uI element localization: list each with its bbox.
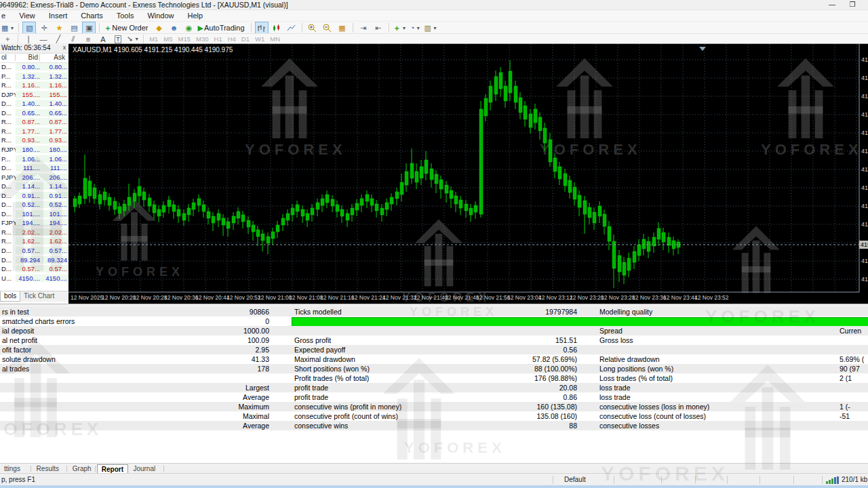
menu-item-insert[interactable]: Insert: [42, 10, 75, 21]
timeframe-button-h4[interactable]: H4: [225, 35, 239, 43]
market-watch-row[interactable]: R...1.77...1.77...: [0, 127, 68, 136]
menu-item-charts[interactable]: Charts: [74, 10, 109, 21]
x-axis-label: 12 Nov 20:52: [226, 294, 261, 301]
connection-signal-icon: [826, 476, 840, 484]
market-watch-row[interactable]: DJPY155....155....: [0, 90, 68, 100]
new-chart-button[interactable]: ▧: [22, 22, 36, 34]
market-watch-row[interactable]: D...111....111....: [0, 163, 68, 173]
market-watch-row[interactable]: PJPY206....206....: [0, 173, 68, 182]
market-watch-row[interactable]: D...0.57...0.57...: [0, 264, 68, 274]
market-watch-row[interactable]: P...1.06...1.06...: [0, 155, 68, 164]
market-watch-row[interactable]: RJPY180....180....: [0, 145, 68, 155]
close-icon[interactable]: x: [61, 44, 68, 52]
market-watch-row[interactable]: P...1.32...1.32...: [0, 72, 68, 81]
zoom-in-button[interactable]: [306, 22, 319, 34]
market-watch-row[interactable]: D...0.80...0.80...: [0, 62, 68, 72]
chart-shift-button[interactable]: ⇤: [372, 22, 385, 34]
timeframe-button-m15[interactable]: M15: [176, 35, 193, 43]
indicators-plus-icon: ＋: [393, 23, 401, 33]
chart-area[interactable]: XAUUSD,M1 4190.605 4191.215 4190.445 419…: [68, 43, 868, 304]
menu-item-window[interactable]: Window: [140, 10, 180, 21]
symbol-name: D...: [1, 265, 12, 272]
templates-dropdown[interactable]: ▥▼: [423, 22, 437, 34]
new-order-button[interactable]: ＋ New Order: [103, 22, 151, 34]
market-watch-row[interactable]: R...0.93...0.93...: [0, 136, 68, 145]
x-axis-label: 12 Nov 23:36: [632, 294, 667, 301]
chart-shift-marker-icon[interactable]: [699, 47, 706, 51]
timeframe-button-d1[interactable]: D1: [239, 35, 252, 43]
market-watch-row[interactable]: D...1.14...1.14...: [0, 182, 68, 191]
svg-text:419: 419: [861, 184, 868, 191]
market-watch-col-ask[interactable]: Ask: [42, 54, 65, 61]
market-watch-tab-bols[interactable]: bols: [0, 291, 20, 302]
ask-value: 1.40...: [41, 100, 68, 107]
auto-scroll-button[interactable]: ⇥: [357, 22, 370, 34]
bid-value: 101....: [16, 210, 41, 218]
chevron-down-icon: ▼: [9, 26, 14, 30]
tester-tab-journal[interactable]: Journal: [129, 464, 159, 474]
menu-item-view[interactable]: View: [12, 10, 42, 21]
timeframe-button-m30[interactable]: M30: [193, 35, 211, 43]
market-watch-row[interactable]: FJPY194....194....: [0, 218, 68, 228]
market-watch-tab-tick-chart[interactable]: Tick Chart: [20, 291, 58, 301]
chart-profiles-dropdown[interactable]: ▦▼: [1, 22, 15, 34]
periods-dropdown[interactable]: ◔▼: [408, 22, 422, 34]
toolbar-separator: [99, 23, 100, 33]
symbol-name: FJPY: [1, 219, 17, 226]
expert-advisors-button[interactable]: ☻: [167, 22, 181, 34]
tester-tab-graph[interactable]: Graph: [68, 464, 96, 474]
restore-button[interactable]: ❐: [845, 0, 860, 9]
market-watch-row[interactable]: R...1.62...1.62...: [0, 237, 68, 246]
status-bar: p, press F1 Default 210/1 kb: [0, 473, 868, 486]
market-watch-toggle[interactable]: ▤: [67, 22, 81, 34]
timeframe-button-h1[interactable]: H1: [212, 35, 225, 43]
bar-chart-button[interactable]: [255, 22, 269, 34]
menu-item-tools[interactable]: Tools: [110, 10, 141, 21]
market-watch-row[interactable]: D...101....101....: [0, 209, 68, 219]
report-label-right: consecutive losses (loss in money): [599, 403, 709, 411]
toolbar-separator: [251, 23, 252, 33]
menu-item-e[interactable]: e: [0, 10, 12, 21]
timeframe-button-mn[interactable]: MN: [267, 35, 283, 43]
autotrading-button[interactable]: ▶ AutoTrading: [197, 22, 248, 34]
tester-tab-results[interactable]: Results: [33, 464, 63, 474]
timeframe-button-w1[interactable]: W1: [252, 35, 267, 43]
timeframe-button-m1[interactable]: M1: [146, 35, 161, 43]
line-chart-button[interactable]: [285, 22, 298, 34]
status-profile[interactable]: Default: [564, 476, 586, 483]
community-button[interactable]: ◉: [182, 22, 196, 34]
market-watch-row[interactable]: D...0.52...0.52...: [0, 200, 68, 209]
report-value-middle: 0.86: [407, 393, 577, 401]
bid-value: 180....: [16, 146, 41, 153]
market-watch-row[interactable]: R...1.16...1.16...: [0, 81, 68, 90]
tester-visual-button[interactable]: ▣: [82, 22, 96, 34]
minimize-button[interactable]: —: [825, 0, 840, 9]
toolbar-separator: [389, 23, 389, 33]
symbol-name: R...: [1, 127, 12, 135]
timeframe-button-m5[interactable]: M5: [161, 35, 175, 43]
new-order-plus-icon: ＋: [104, 23, 111, 33]
styler-button[interactable]: ◆: [153, 22, 166, 34]
favorites-button[interactable]: ★: [52, 22, 66, 34]
market-watch-row[interactable]: U...4150....4150....: [0, 274, 68, 283]
crosshair-mode-button[interactable]: ✛: [37, 22, 51, 34]
tester-tab-ttings[interactable]: ttings: [0, 464, 24, 474]
market-watch-row[interactable]: D...1.40...1.40...: [0, 99, 68, 108]
market-watch-row[interactable]: D...0.65...0.65...: [0, 108, 68, 118]
market-watch-col-bid[interactable]: Bid: [16, 54, 38, 61]
status-separator: [727, 476, 728, 484]
tab-separator: [95, 466, 96, 472]
market-watch-row[interactable]: R...0.87...0.87...: [0, 117, 68, 127]
market-watch-row[interactable]: D...0.57...0.57...: [0, 246, 68, 256]
candlestick-series: 4194194194194194194194194194194194194194…: [68, 44, 868, 304]
menu-item-help[interactable]: Help: [181, 10, 210, 21]
market-watch-row[interactable]: D...89.29489.324: [0, 256, 68, 265]
market-watch-row[interactable]: D...0.91...0.91...: [0, 191, 68, 201]
market-watch-row[interactable]: R...2.02...2.02...: [0, 228, 68, 237]
candlestick-chart-button[interactable]: [270, 22, 283, 34]
zoom-out-button[interactable]: [321, 22, 334, 34]
indicators-dropdown[interactable]: ＋▼: [393, 22, 408, 34]
tile-windows-button[interactable]: ▦: [336, 22, 349, 34]
market-watch-col-symbol[interactable]: ol: [1, 54, 7, 61]
svg-text:419: 419: [861, 221, 868, 228]
